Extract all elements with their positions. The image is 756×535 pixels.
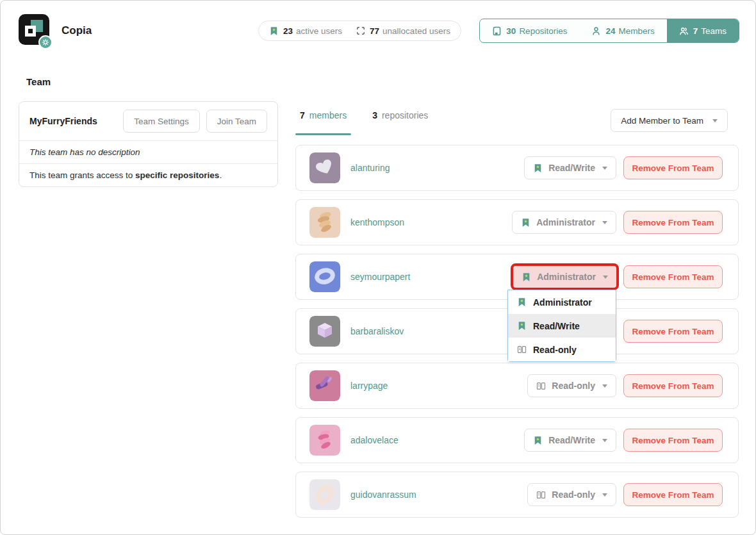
bookmark-star-icon [522,272,531,282]
role-dropdown-menu: Administrator Read/Write [507,290,616,362]
member-username[interactable]: adalovelace [350,435,524,445]
chevron-down-icon [603,276,608,279]
people-icon [679,26,689,36]
team-card-header: MyFurryFriends Team Settings Join Team [19,102,277,140]
bookmark-star-icon [269,26,279,36]
team-description: This team has no description [19,140,277,163]
remove-from-team-button[interactable]: Remove From Team [623,483,723,506]
chevron-down-icon [602,439,607,442]
org-tab-bar: 30 Repositories 24 Members 7 Teams [479,19,739,43]
tab-team-repositories[interactable]: 3 repositories [368,101,432,135]
member-row: guidovanrassum Read-only Remove From Tea… [295,472,739,518]
team-access-note: This team grants access to specific repo… [19,163,277,186]
org-title: Copia [62,24,92,37]
menu-item-read-only[interactable]: Read-only [508,338,616,361]
chevron-down-icon [602,167,607,170]
avatar[interactable] [309,425,340,456]
bookmark-star-icon [517,321,527,331]
active-users-count: 23 [283,26,293,36]
open-book-icon [517,345,527,354]
remove-from-team-button[interactable]: Remove From Team [623,320,723,343]
menu-item-read-write[interactable]: Read/Write [508,314,616,338]
unallocated-users-stat: 77 unallocated users [356,26,450,36]
role-dropdown[interactable]: Read/Write [524,156,616,179]
role-dropdown-open[interactable]: Administrator [513,266,616,288]
avatar[interactable] [309,207,340,238]
role-dropdown[interactable]: Read-only [527,374,616,397]
member-row: larrypage Read-only Remove From Team [295,363,739,409]
open-book-icon [536,490,546,500]
active-users-label: active users [296,26,342,36]
chevron-down-icon [602,384,607,388]
role-dropdown[interactable]: Read-only [527,483,616,506]
member-username[interactable]: alanturing [350,163,524,173]
member-row: kenthompson Administrator Remove From Te… [295,199,739,245]
chevron-down-icon [602,493,607,497]
members-panel: 7 members 3 repositories Add Member to T… [295,101,739,526]
remove-from-team-button[interactable]: Remove From Team [623,211,723,234]
unallocated-users-count: 77 [370,26,379,36]
avatar[interactable] [309,479,340,510]
tab-teams[interactable]: 7 Teams [667,19,739,42]
remove-from-team-button[interactable]: Remove From Team [623,374,723,397]
chevron-down-icon [602,221,607,224]
member-username[interactable]: kenthompson [350,217,512,227]
member-row: seymourpapert Administrator Remove From … [295,254,739,300]
role-dropdown[interactable]: Read/Write [524,429,616,452]
role-dropdown[interactable]: Administrator [512,211,616,234]
user-stats-pill: 23 active users 77 unallocated users [258,21,461,41]
tab-repositories[interactable]: 30 Repositories [480,19,579,42]
gear-icon [38,35,53,49]
team-name: MyFurryFriends [29,116,117,126]
remove-from-team-button[interactable]: Remove From Team [623,156,723,179]
member-username[interactable]: seymourpapert [350,272,511,282]
highlight-box: Administrator [511,263,619,290]
member-username[interactable]: larrypage [350,381,527,391]
page-title: Team [26,76,51,87]
member-row: adalovelace Read/Write Remove From Team [295,417,739,463]
add-member-button[interactable]: Add Member to Team [611,109,728,132]
member-list: alanturing Read/Write Remove From Team [295,145,739,518]
tab-team-members[interactable]: 7 members [295,101,351,135]
open-book-icon [536,381,546,391]
team-settings-button[interactable]: Team Settings [123,110,200,133]
chevron-down-icon [712,119,718,122]
bookmark-star-icon [533,436,543,445]
member-row: alanturing Read/Write Remove From Team [295,145,739,191]
panel-tab-bar: 7 members 3 repositories Add Member to T… [295,101,739,135]
bookmark-star-icon [533,163,543,173]
menu-item-administrator[interactable]: Administrator [508,290,616,314]
avatar[interactable] [309,370,340,401]
org-logo[interactable] [19,14,57,50]
tab-members[interactable]: 24 Members [579,19,666,42]
remove-from-team-button[interactable]: Remove From Team [623,265,723,288]
journal-icon [492,26,502,36]
bookmark-star-icon [521,218,530,227]
remove-from-team-button[interactable]: Remove From Team [623,429,723,452]
join-team-button[interactable]: Join Team [206,110,267,133]
avatar[interactable] [309,316,340,347]
team-card: MyFurryFriends Team Settings Join Team T… [19,101,278,187]
member-username[interactable]: guidovanrassum [350,490,527,500]
avatar[interactable] [309,152,340,183]
avatar[interactable] [309,261,340,292]
active-users-stat: 23 active users [269,26,342,36]
bookmark-star-icon [517,297,527,307]
unallocated-users-label: unallocated users [382,26,450,36]
person-icon [591,26,601,36]
crop-brackets-icon [356,26,365,35]
